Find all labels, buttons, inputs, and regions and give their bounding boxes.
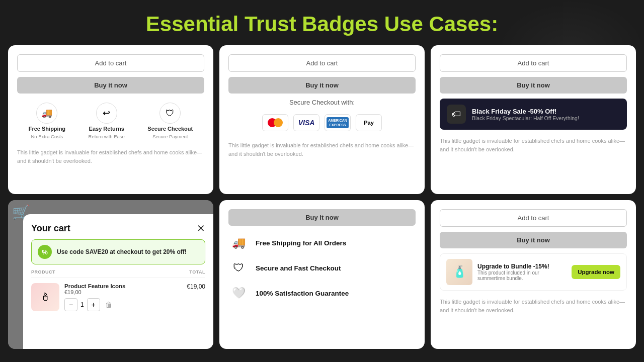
shipping-label: Free Shipping <box>29 126 65 132</box>
title-part2: Use Cases: <box>384 12 498 36</box>
quantity-value: 1 <box>80 301 84 308</box>
cart-item-image: 🕯 <box>31 283 59 311</box>
mastercard-icon <box>262 114 288 131</box>
bf-badge-icon: 🏷 <box>447 105 466 124</box>
mc-orange-circle <box>274 118 283 127</box>
buy-now-button-2[interactable]: Buy it now <box>228 77 416 94</box>
cart-title: Your cart <box>31 223 70 234</box>
bf-title: Black Friday Sale -50% Off! <box>472 108 579 115</box>
quantity-decrease-button[interactable]: − <box>64 298 77 311</box>
trust-icons-row: 🚚 Free Shipping No Extra Costs ↩ Easy Re… <box>17 99 204 141</box>
card-trust-badges: Add to cart Buy it now 🚚 Free Shipping N… <box>8 45 213 194</box>
shipping-sublabel: No Extra Costs <box>31 134 63 139</box>
cart-popup: Your cart ✕ % Use code SAVE20 at checkou… <box>23 214 213 349</box>
buy-now-button-3[interactable]: Buy it now <box>440 77 627 94</box>
cart-table-header: PRODUCT TOTAL <box>31 269 205 278</box>
secure-label: Secure Checkout <box>147 126 193 132</box>
card3-desc: This little gadget is invaluable for est… <box>440 137 627 153</box>
buy-now-button-1[interactable]: Buy it now <box>17 77 204 94</box>
secure-icon: 🛡 <box>159 103 181 124</box>
card6-desc: This little gadget is invaluable for est… <box>440 298 627 314</box>
quantity-control: − 1 + 🗑 <box>64 298 182 311</box>
bundle-banner: 🧴 Upgrade to Bundle -15%! This product i… <box>440 253 627 291</box>
amex-label: AMERICANEXPRESS <box>327 117 349 128</box>
returns-label: Easy Returns <box>89 126 124 132</box>
mastercard-circles <box>268 118 283 127</box>
badge-returns: ↩ Easy Returns Return with Ease <box>89 103 125 139</box>
promo-icon: % <box>38 245 52 259</box>
apple-pay-icon: Pay <box>356 114 382 131</box>
buy-now-button-6[interactable]: Buy it now <box>440 232 627 248</box>
black-friday-banner: 🏷 Black Friday Sale -50% Off! Black Frid… <box>440 99 627 130</box>
payment-icons-row: VISA AMERICANEXPRESS Pay <box>228 111 416 134</box>
buy-now-button-5[interactable]: Buy it now <box>228 209 416 226</box>
cart-item-name: Product Feature Icons <box>64 283 182 289</box>
add-to-cart-button-6[interactable]: Add to cart <box>440 209 627 227</box>
apple-pay-label: Pay <box>364 120 374 126</box>
badge-shipping: 🚚 Free Shipping No Extra Costs <box>29 103 65 139</box>
visa-label: VISA <box>298 119 315 127</box>
bf-text: Black Friday Sale -50% Off! Black Friday… <box>472 108 579 121</box>
feature-secure-label: Secure and Fast Checkout <box>256 264 341 272</box>
badge-secure: 🛡 Secure Checkout Secure Payment <box>147 103 193 139</box>
bundle-image: 🧴 <box>446 259 472 285</box>
feature-secure-icon: 🛡 <box>228 258 249 278</box>
bundle-subtitle: This product included in our summertime … <box>477 270 567 281</box>
returns-icon: ↩ <box>96 103 117 124</box>
card-black-friday: Add to cart Buy it now 🏷 Black Friday Sa… <box>431 45 636 194</box>
card1-desc: This little gadget is invaluable for est… <box>17 148 204 165</box>
bundle-info: Upgrade to Bundle -15%! This product inc… <box>477 263 567 281</box>
feature-satisfaction-label: 100% Satisfaction Guarantee <box>256 290 349 297</box>
card2-desc: This little gadget is invaluable for est… <box>228 141 416 158</box>
upgrade-now-button[interactable]: Upgrade now <box>572 265 620 279</box>
bundle-title: Upgrade to Bundle -15%! <box>477 263 567 270</box>
cart-item-total: €19,00 <box>187 283 205 290</box>
cart-item-price: €19,00 <box>64 289 182 295</box>
remove-item-button[interactable]: 🗑 <box>105 301 112 309</box>
cards-grid: Add to cart Buy it now 🚚 Free Shipping N… <box>0 45 644 357</box>
shipping-icon: 🚚 <box>36 103 57 124</box>
add-to-cart-button-1[interactable]: Add to cart <box>17 54 204 72</box>
feature-shipping: 🚚 Free Shipping for All Orders <box>228 233 416 253</box>
secure-checkout-label: Secure Checkout with: <box>228 99 416 106</box>
card-features: Buy it now 🚚 Free Shipping for All Order… <box>219 200 425 349</box>
feature-satisfaction-icon: 🤍 <box>228 283 249 303</box>
card-cart: 🛒 Your cart ✕ % Use code SAVE20 at check… <box>8 200 213 349</box>
add-to-cart-button-2[interactable]: Add to cart <box>228 54 416 72</box>
feature-shipping-icon: 🚚 <box>228 233 249 253</box>
close-cart-button[interactable]: ✕ <box>197 222 205 234</box>
visa-icon: VISA <box>293 114 319 131</box>
cart-header: Your cart ✕ <box>31 222 205 234</box>
card-secure-checkout: Add to cart Buy it now Secure Checkout w… <box>219 45 425 194</box>
amex-icon: AMERICANEXPRESS <box>325 114 351 131</box>
feature-satisfaction: 🤍 100% Satisfaction Guarantee <box>228 283 416 303</box>
col-product: PRODUCT <box>31 269 55 275</box>
cart-item-details: Product Feature Icons €19,00 − 1 + 🗑 <box>64 283 182 311</box>
feature-secure: 🛡 Secure and Fast Checkout <box>228 258 416 278</box>
col-total: TOTAL <box>189 269 205 275</box>
feature-list: 🚚 Free Shipping for All Orders 🛡 Secure … <box>228 231 416 303</box>
promo-banner: % Use code SAVE20 at checkout to get 20%… <box>31 239 205 264</box>
returns-sublabel: Return with Ease <box>89 134 125 139</box>
secure-sublabel: Secure Payment <box>152 134 188 139</box>
add-to-cart-button-3[interactable]: Add to cart <box>440 54 627 72</box>
promo-text: Use code SAVE20 at checkout to get 20% o… <box>57 248 187 255</box>
title-part1: Essential Trust Badges <box>146 12 384 36</box>
quantity-increase-button[interactable]: + <box>87 298 100 311</box>
feature-shipping-label: Free Shipping for All Orders <box>256 239 346 247</box>
card-bundle: Add to cart Buy it now 🧴 Upgrade to Bund… <box>431 200 636 349</box>
page-title: Essential Trust Badges Use Cases: <box>0 0 644 45</box>
bf-subtitle: Black Friday Spectacular: Half Off Every… <box>472 115 579 121</box>
cart-item-row: 🕯 Product Feature Icons €19,00 − 1 + 🗑 €… <box>31 283 205 311</box>
